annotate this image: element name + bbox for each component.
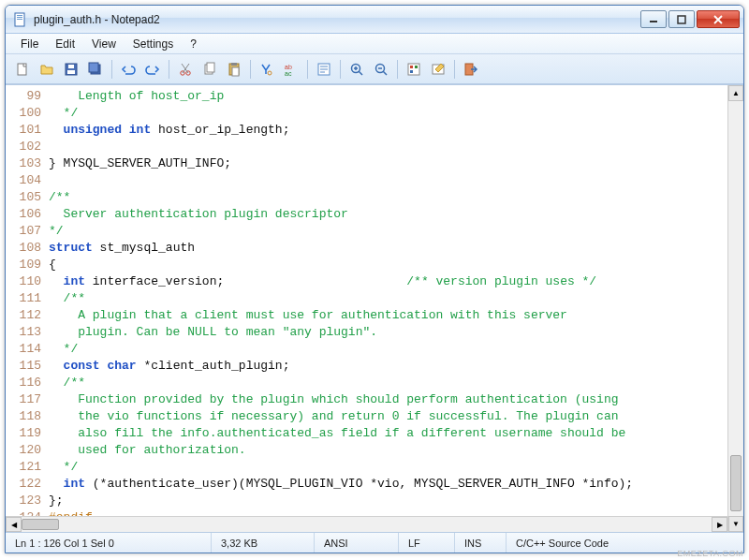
line-number: 119: [6, 425, 41, 442]
editor: 9910010110210310410510610710810911011111…: [6, 84, 743, 532]
line-number: 107: [6, 223, 41, 240]
svg-rect-15: [207, 63, 214, 72]
menu-?[interactable]: ?: [183, 36, 204, 52]
svg-text:ab: ab: [285, 64, 292, 70]
vertical-scroll-thumb[interactable]: [730, 455, 742, 511]
exit-icon[interactable]: [460, 58, 482, 81]
code-line[interactable]: the vio functions if necessary) and retu…: [49, 408, 727, 425]
code-line[interactable]: int interface_version; /** version plugi…: [49, 273, 727, 290]
horizontal-scroll-thumb[interactable]: [22, 519, 59, 530]
maximize-button[interactable]: [668, 10, 695, 28]
line-number: 121: [6, 459, 41, 476]
open-file-icon[interactable]: [36, 58, 58, 81]
horizontal-scrollbar[interactable]: ◀ ▶: [6, 516, 727, 532]
close-button[interactable]: [697, 10, 740, 28]
scheme-icon[interactable]: [403, 58, 425, 81]
svg-rect-22: [318, 64, 330, 75]
zoom-out-icon[interactable]: [370, 58, 392, 81]
svg-point-24: [376, 64, 385, 72]
line-number: 112: [6, 307, 41, 324]
customize-icon[interactable]: [427, 58, 449, 81]
svg-rect-25: [408, 64, 419, 75]
svg-text:ac: ac: [285, 70, 292, 77]
minimize-button[interactable]: [640, 10, 667, 28]
svg-rect-16: [229, 64, 239, 75]
code-area[interactable]: Length of host_or_ip */ unsigned int hos…: [47, 85, 727, 532]
statusbar: Ln 1 : 126 Col 1 Sel 0 3,32 KB ANSI LF I…: [6, 532, 743, 553]
svg-point-12: [181, 70, 184, 74]
svg-rect-28: [410, 70, 413, 73]
menu-view[interactable]: View: [84, 36, 124, 52]
svg-rect-10: [91, 65, 100, 74]
line-number: 116: [6, 375, 41, 391]
replace-icon[interactable]: abac: [280, 58, 302, 81]
vertical-scrollbar[interactable]: ▲ ▼: [727, 85, 743, 532]
svg-rect-3: [17, 19, 22, 20]
cut-icon[interactable]: [174, 58, 197, 81]
scroll-left-arrow[interactable]: ◀: [6, 517, 22, 532]
menu-settings[interactable]: Settings: [125, 36, 181, 52]
line-number-gutter: 9910010110210310410510610710810911011111…: [6, 85, 47, 532]
code-line[interactable]: [49, 139, 727, 155]
code-line[interactable]: [49, 172, 727, 189]
menu-edit[interactable]: Edit: [48, 36, 82, 52]
code-line[interactable]: */: [49, 105, 727, 122]
code-line[interactable]: */: [49, 459, 727, 476]
svg-rect-27: [415, 66, 418, 68]
zoom-in-icon[interactable]: [345, 58, 368, 81]
code-line[interactable]: Length of host_or_ip: [49, 88, 727, 105]
code-line[interactable]: Server authentication plugin descriptor: [49, 206, 727, 223]
find-icon[interactable]: [256, 58, 278, 81]
code-line[interactable]: /**: [49, 375, 727, 391]
toolbar: abac: [6, 54, 743, 84]
scroll-right-arrow[interactable]: ▶: [712, 517, 727, 532]
line-number: 111: [6, 290, 41, 307]
code-line[interactable]: /**: [49, 290, 727, 307]
line-number: 118: [6, 408, 41, 425]
redo-icon[interactable]: [141, 58, 164, 81]
code-line[interactable]: } MYSQL_SERVER_AUTH_INFO;: [49, 155, 727, 172]
code-line[interactable]: plugin. Can be NULL to mean "any plugin"…: [49, 324, 727, 341]
word-wrap-icon[interactable]: [313, 58, 335, 81]
svg-rect-7: [66, 64, 77, 75]
menubar: FileEditViewSettings?: [6, 34, 743, 54]
line-number: 122: [6, 476, 41, 493]
code-line[interactable]: Function provided by the plugin which sh…: [49, 391, 727, 408]
scroll-down-arrow[interactable]: ▼: [728, 516, 743, 532]
svg-rect-0: [15, 13, 24, 26]
code-line[interactable]: used for authorization.: [49, 442, 727, 459]
svg-point-23: [352, 64, 360, 72]
line-number: 113: [6, 324, 41, 341]
line-number: 114: [6, 341, 41, 358]
status-mode: INS: [455, 533, 507, 553]
window-title: plugin_auth.h - Notepad2: [34, 13, 640, 26]
save-icon[interactable]: [60, 58, 82, 81]
menu-file[interactable]: File: [13, 36, 46, 52]
paste-icon[interactable]: [223, 58, 245, 81]
titlebar[interactable]: plugin_auth.h - Notepad2: [6, 6, 743, 34]
code-line[interactable]: int (*authenticate_user)(MYSQL_PLUGIN_VI…: [49, 476, 727, 493]
code-line[interactable]: */: [49, 341, 727, 358]
code-line[interactable]: unsigned int host_or_ip_length;: [49, 122, 727, 139]
new-file-icon[interactable]: [11, 58, 34, 81]
app-icon: [13, 12, 28, 27]
watermark: EMEZETA.COM: [677, 549, 743, 558]
code-line[interactable]: /**: [49, 189, 727, 206]
code-line[interactable]: {: [49, 257, 727, 273]
code-line[interactable]: A plugin that a client must use for auth…: [49, 307, 727, 324]
scroll-up-arrow[interactable]: ▲: [728, 85, 743, 101]
svg-rect-1: [17, 15, 22, 16]
code-line[interactable]: };: [49, 493, 727, 509]
copy-icon[interactable]: [198, 58, 221, 81]
code-line[interactable]: also fill the info.authenticated_as fiel…: [49, 425, 727, 442]
status-eol: LF: [399, 533, 455, 553]
save-all-icon[interactable]: [84, 58, 107, 81]
svg-rect-14: [205, 65, 213, 74]
code-line[interactable]: struct st_mysql_auth: [49, 240, 727, 257]
svg-point-13: [186, 70, 190, 74]
undo-icon[interactable]: [117, 58, 140, 81]
svg-point-19: [268, 71, 272, 75]
code-line[interactable]: const char *client_auth_plugin;: [49, 358, 727, 375]
line-number: 105: [6, 189, 41, 206]
code-line[interactable]: */: [49, 223, 727, 240]
